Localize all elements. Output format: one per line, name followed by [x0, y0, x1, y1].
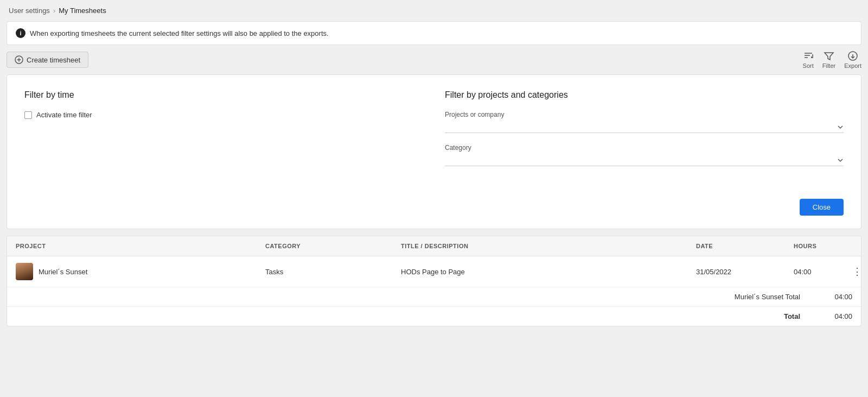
- export-label: Export: [844, 62, 861, 69]
- export-action[interactable]: Export: [844, 51, 861, 69]
- table-row: Muriel´s Sunset Tasks HODs Page to Page …: [7, 256, 861, 287]
- filter-label: Filter: [822, 62, 835, 69]
- total-label: Total: [784, 312, 800, 320]
- sort-icon: [803, 51, 814, 61]
- breadcrumb-parent[interactable]: User settings: [9, 7, 50, 15]
- col-category: CATEGORY: [257, 236, 392, 256]
- table-header: PROJECT CATEGORY TITLE / DESCRIPTION DAT…: [7, 236, 861, 256]
- svg-marker-7: [825, 53, 833, 60]
- projects-label: Projects or company: [445, 111, 844, 118]
- project-name: Muriel´s Sunset: [39, 268, 87, 276]
- summary-value: 04:00: [809, 293, 852, 301]
- sort-action[interactable]: Sort: [803, 51, 814, 69]
- col-date: DATE: [687, 236, 785, 256]
- col-title: TITLE / DESCRIPTION: [392, 236, 687, 256]
- toolbar: Create timesheet Sort Filter: [0, 45, 868, 74]
- activate-time-filter-checkbox[interactable]: [24, 111, 32, 119]
- activate-time-filter-label[interactable]: Activate time filter: [24, 111, 423, 119]
- filter-icon: [824, 51, 834, 61]
- info-message: When exporting timesheets the current se…: [30, 29, 329, 37]
- title-cell: HODs Page to Page: [392, 261, 687, 282]
- col-project: PROJECT: [7, 236, 257, 256]
- sort-label: Sort: [803, 62, 814, 69]
- chevron-down-icon-2: [837, 157, 844, 163]
- category-label: Category: [445, 144, 844, 152]
- projects-select[interactable]: [445, 122, 844, 133]
- filter-time-title: Filter by time: [24, 90, 423, 100]
- date-value: 31/05/2022: [696, 268, 731, 276]
- filter-projects-title: Filter by projects and categories: [445, 90, 844, 100]
- title-value: HODs Page to Page: [401, 268, 465, 276]
- plus-circle-icon: [15, 55, 23, 64]
- actions-cell: ⋮: [839, 257, 861, 286]
- category-cell: Tasks: [257, 261, 392, 282]
- total-value: 04:00: [809, 312, 852, 320]
- filter-action[interactable]: Filter: [822, 51, 835, 69]
- row-actions-button[interactable]: ⋮: [848, 263, 861, 280]
- chevron-down-icon: [837, 124, 844, 130]
- breadcrumb: User settings › My Timesheets: [0, 0, 868, 21]
- timesheets-table: PROJECT CATEGORY TITLE / DESCRIPTION DAT…: [7, 236, 861, 326]
- filter-footer: Close: [24, 190, 844, 216]
- activate-time-filter-text: Activate time filter: [36, 111, 92, 119]
- filter-by-projects: Filter by projects and categories Projec…: [445, 90, 844, 177]
- breadcrumb-separator: ›: [53, 7, 55, 15]
- toolbar-actions: Sort Filter Export: [803, 51, 861, 69]
- filter-panel: Filter by time Activate time filter Filt…: [7, 74, 861, 229]
- project-summary-row: Muriel´s Sunset Total 04:00: [7, 287, 861, 307]
- category-select[interactable]: [445, 155, 844, 166]
- create-timesheet-label: Create timesheet: [27, 56, 80, 64]
- date-cell: 31/05/2022: [687, 261, 785, 282]
- col-hours: HOURS: [785, 236, 839, 256]
- project-cell: Muriel´s Sunset: [7, 256, 257, 287]
- info-banner: i When exporting timesheets the current …: [7, 21, 861, 45]
- hours-cell: 04:00: [785, 261, 839, 282]
- total-row: Total 04:00: [7, 307, 861, 326]
- filter-by-time: Filter by time Activate time filter: [24, 90, 423, 177]
- project-thumbnail: [16, 263, 33, 280]
- export-icon: [847, 51, 858, 61]
- create-timesheet-button[interactable]: Create timesheet: [7, 52, 88, 68]
- summary-label: Muriel´s Sunset Total: [735, 293, 800, 301]
- info-icon: i: [16, 28, 25, 38]
- col-actions: [839, 236, 861, 256]
- hours-value: 04:00: [794, 268, 812, 276]
- category-value: Tasks: [265, 268, 283, 276]
- breadcrumb-current: My Timesheets: [59, 7, 106, 15]
- close-button[interactable]: Close: [800, 199, 844, 216]
